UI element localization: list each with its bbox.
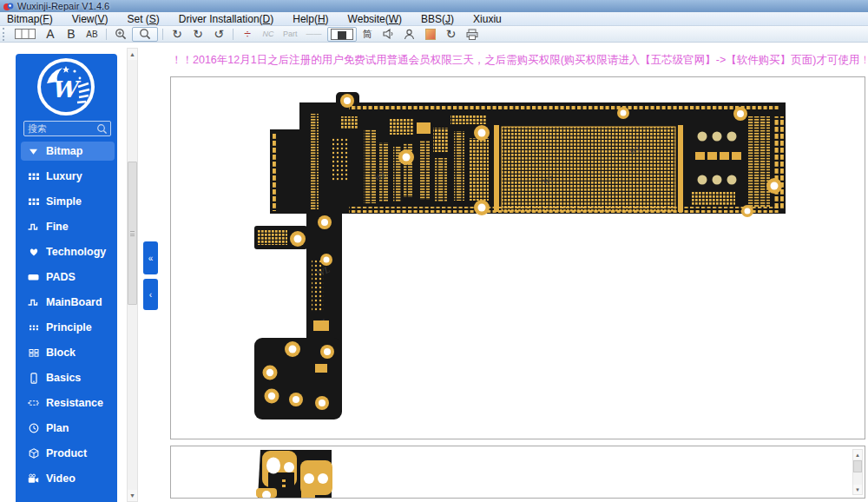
layout-toggle-icon bbox=[331, 29, 353, 40]
triangle-down-icon bbox=[28, 146, 39, 157]
sidebar-item-simple[interactable]: Simple bbox=[21, 192, 115, 211]
phone-icon bbox=[28, 373, 39, 384]
divide-button[interactable]: ÷ bbox=[238, 27, 257, 42]
rotate-ccw-button[interactable]: ↺ bbox=[209, 27, 228, 42]
menu-set[interactable]: Set (S) bbox=[128, 13, 160, 25]
speaker-button[interactable] bbox=[379, 27, 398, 42]
detail-scroll-up[interactable]: ▲ bbox=[853, 450, 862, 459]
font-a-button[interactable]: A bbox=[41, 27, 60, 42]
pad-rect-icon bbox=[28, 272, 39, 283]
layout-panels-button[interactable] bbox=[11, 27, 39, 42]
collapse-step-button[interactable]: ‹ bbox=[143, 279, 158, 310]
menu-help[interactable]: Help(H) bbox=[293, 13, 328, 25]
window-titlebar[interactable]: Wuxinji-Repair V1.4.6 bbox=[0, 0, 868, 12]
small-grid-icon bbox=[28, 322, 39, 334]
rotate-cw2-button[interactable]: ↻ bbox=[188, 27, 207, 42]
sidebar-item-principle[interactable]: Principle bbox=[21, 318, 115, 337]
wuxinji-logo: W bbox=[36, 57, 95, 116]
sidebar-item-mainboard[interactable]: MainBoard bbox=[21, 293, 115, 312]
collapse-panel-button[interactable]: « bbox=[143, 241, 158, 274]
chinese-char-button[interactable]: 筒 bbox=[358, 27, 378, 42]
sidebar-item-plan[interactable]: Plan bbox=[21, 419, 115, 438]
menu-bitmap[interactable]: Bitmap(F) bbox=[7, 13, 53, 25]
scrollbar-thumb[interactable] bbox=[128, 162, 137, 305]
video-camera-icon bbox=[28, 473, 39, 485]
zoom-region-icon bbox=[139, 28, 151, 40]
sidebar-item-technology[interactable]: Technology bbox=[21, 242, 115, 261]
toolbar: A B AB ↻ ↻ ↺ ÷ NC Part —— 筒 bbox=[0, 26, 868, 43]
sidebar-item-fine[interactable]: Fine bbox=[21, 217, 115, 236]
printer-button[interactable] bbox=[463, 27, 482, 42]
rotate-cw-button[interactable]: ↻ bbox=[168, 27, 187, 42]
grid-icon bbox=[28, 171, 39, 182]
font-ab-button[interactable]: AB bbox=[82, 27, 102, 42]
search-icon[interactable] bbox=[96, 123, 108, 135]
layout-toggle-button[interactable] bbox=[327, 27, 357, 42]
part-button[interactable]: Part bbox=[279, 27, 301, 42]
speaker-icon bbox=[383, 29, 395, 39]
scroll-up-arrow[interactable]: ▲ bbox=[128, 49, 137, 60]
menu-xiuxiu[interactable]: Xiuxiu bbox=[473, 13, 502, 25]
sidebar-item-block[interactable]: Block bbox=[21, 343, 115, 362]
pcb-main-view[interactable]: WL WL WL WL WL bbox=[170, 76, 865, 439]
sidebar-item-basics[interactable]: Basics bbox=[21, 368, 115, 387]
nc-button[interactable]: NC bbox=[259, 27, 278, 42]
zoom-in-button[interactable] bbox=[111, 27, 130, 42]
theme-button[interactable] bbox=[421, 27, 440, 42]
sidebar-item-pads[interactable]: PADS bbox=[21, 268, 115, 287]
cube-icon bbox=[28, 448, 39, 459]
grid-icon bbox=[28, 196, 39, 208]
menu-bbs[interactable]: BBS(J) bbox=[421, 13, 454, 25]
window-title: Wuxinji-Repair V1.4.6 bbox=[17, 1, 109, 11]
resistor-icon bbox=[28, 398, 39, 409]
sidebar-scrollbar[interactable]: ▲ ▼ bbox=[127, 48, 138, 502]
toolbar-grip bbox=[3, 28, 7, 41]
menubar: Bitmap(F) View(V) Set (S) Driver Install… bbox=[0, 12, 868, 26]
heart-icon bbox=[28, 247, 39, 258]
blocks-icon bbox=[28, 347, 39, 359]
refresh-button[interactable]: ↻ bbox=[442, 27, 461, 42]
pcb-fragment-image bbox=[171, 446, 865, 498]
pcb-detail-view[interactable]: ▲ ▼ bbox=[170, 446, 865, 499]
app-icon bbox=[3, 2, 14, 11]
sidebar-item-product[interactable]: Product bbox=[21, 444, 115, 463]
zoom-in-icon bbox=[115, 28, 127, 40]
clock-icon bbox=[28, 423, 39, 434]
search-box bbox=[23, 121, 111, 136]
signal-wave-icon bbox=[28, 297, 39, 308]
scroll-down-arrow[interactable]: ▼ bbox=[128, 490, 137, 501]
menu-website[interactable]: Website(W) bbox=[348, 13, 402, 25]
font-b-button[interactable]: B bbox=[62, 27, 81, 42]
menu-driver-installation[interactable]: Driver Installation(D) bbox=[179, 13, 273, 25]
sidebar-menu: Bitmap Luxury Simple Fine Technology PAD… bbox=[21, 142, 115, 488]
signal-wave-icon bbox=[28, 221, 39, 233]
printer-icon bbox=[466, 29, 478, 40]
menu-view[interactable]: View(V) bbox=[72, 13, 108, 25]
user-button[interactable] bbox=[400, 27, 419, 42]
theme-icon bbox=[425, 29, 436, 40]
user-icon bbox=[404, 29, 415, 40]
detail-scroll-thumb[interactable] bbox=[853, 460, 862, 472]
sidebar-item-luxury[interactable]: Luxury bbox=[21, 167, 115, 186]
sidebar-item-bitmap[interactable]: Bitmap bbox=[21, 142, 115, 161]
layout-panels-icon bbox=[15, 29, 36, 39]
detail-scroll-down[interactable]: ▼ bbox=[853, 485, 862, 494]
zoom-region-button[interactable] bbox=[132, 27, 158, 42]
sidebar-item-resistance[interactable]: Resistance bbox=[21, 393, 115, 413]
sidebar-item-video[interactable]: Video bbox=[21, 469, 115, 488]
trial-notice-text: ！！2016年12月1日之后注册的用户免费试用普通会员权限三天，之后需购买权限(… bbox=[171, 53, 865, 70]
detail-scrollbar[interactable]: ▲ ▼ bbox=[852, 449, 863, 495]
search-input[interactable] bbox=[24, 123, 96, 134]
dashes-button[interactable]: —— bbox=[303, 27, 326, 42]
pcb-board-image: WL WL WL WL WL bbox=[171, 77, 865, 439]
